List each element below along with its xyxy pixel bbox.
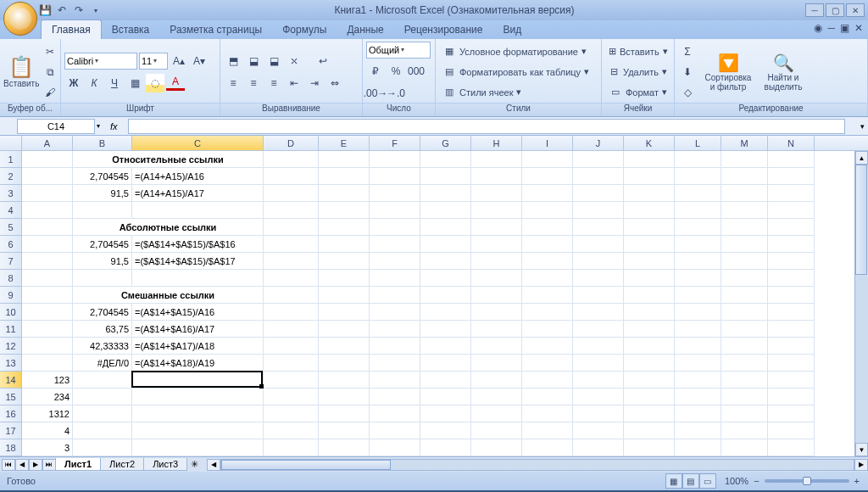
cell-H14[interactable]: [471, 372, 522, 389]
col-header-A[interactable]: A: [22, 136, 73, 150]
cell-G1[interactable]: [420, 151, 471, 168]
cell-L2[interactable]: [675, 168, 721, 185]
cell-E9[interactable]: [319, 287, 370, 304]
conditional-formatting-button[interactable]: ▦Условное форматирование▾: [439, 42, 598, 61]
paste-button[interactable]: 📋 Вставить: [3, 44, 39, 100]
comma-icon[interactable]: 000: [407, 62, 426, 81]
cell-M4[interactable]: [721, 202, 768, 219]
cell-I15[interactable]: [522, 389, 573, 405]
cell-I3[interactable]: [522, 185, 573, 202]
cell-N1[interactable]: [768, 151, 815, 168]
zoom-level[interactable]: 100%: [725, 476, 748, 486]
cell-L8[interactable]: [675, 270, 721, 287]
view-layout-icon[interactable]: ▤: [682, 473, 699, 489]
cell-C6[interactable]: =($A$14+$A$15)/$A$16: [132, 236, 264, 253]
cell-N11[interactable]: [768, 321, 815, 338]
cell-L7[interactable]: [675, 253, 721, 270]
cell-M5[interactable]: [721, 219, 768, 236]
font-color-button[interactable]: A: [166, 75, 185, 91]
cell-K14[interactable]: [624, 372, 675, 389]
underline-button[interactable]: Ч: [105, 74, 124, 92]
cell-C3[interactable]: =(A14+A15)/A17: [132, 185, 264, 202]
cell-I6[interactable]: [522, 236, 573, 253]
cell-E7[interactable]: [319, 253, 370, 270]
cell-I13[interactable]: [522, 355, 573, 372]
align-center-icon[interactable]: ≡: [244, 74, 263, 92]
cell-L11[interactable]: [675, 321, 721, 338]
cell-C10[interactable]: =(A$14+$A15)/A16: [132, 304, 264, 321]
row-header-1[interactable]: 1: [0, 151, 22, 168]
name-box[interactable]: C14: [17, 119, 95, 134]
cell-K13[interactable]: [624, 355, 675, 372]
select-all-corner[interactable]: [0, 136, 22, 150]
cut-icon[interactable]: ✂: [41, 42, 59, 61]
col-header-K[interactable]: K: [624, 136, 675, 150]
cell-C8[interactable]: [132, 270, 264, 287]
cell-N8[interactable]: [768, 270, 815, 287]
cell-H11[interactable]: [471, 321, 522, 338]
copy-icon[interactable]: ⧉: [41, 63, 59, 81]
cell-K7[interactable]: [624, 253, 675, 270]
cell-J9[interactable]: [573, 287, 624, 304]
cell-H8[interactable]: [471, 270, 522, 287]
cell-M3[interactable]: [721, 185, 768, 202]
cell-J3[interactable]: [573, 185, 624, 202]
increase-decimal-icon[interactable]: .00→: [366, 84, 385, 103]
cell-H17[interactable]: [471, 422, 522, 439]
cell-M2[interactable]: [721, 168, 768, 185]
row-header-8[interactable]: 8: [0, 270, 22, 287]
cell-H3[interactable]: [471, 185, 522, 202]
row-header-3[interactable]: 3: [0, 185, 22, 202]
cell-L15[interactable]: [675, 389, 721, 405]
font-name-combo[interactable]: Calibri▾: [64, 53, 137, 70]
cell-M16[interactable]: [721, 405, 768, 422]
cell-M13[interactable]: [721, 355, 768, 372]
tab-Разметка страницы[interactable]: Разметка страницы: [159, 20, 272, 39]
name-box-dropdown-icon[interactable]: ▾: [97, 122, 100, 130]
cell-A8[interactable]: [22, 270, 73, 287]
minimize-button[interactable]: ─: [805, 3, 824, 17]
fill-color-button[interactable]: ◌: [146, 74, 164, 92]
cell-N13[interactable]: [768, 355, 815, 372]
format-as-table-button[interactable]: ▤Форматировать как таблицу▾: [439, 63, 598, 81]
cell-E5[interactable]: [319, 219, 370, 236]
cell-M17[interactable]: [721, 422, 768, 439]
cell-J18[interactable]: [573, 439, 624, 456]
cell-A12[interactable]: [22, 338, 73, 355]
increase-font-icon[interactable]: A▴: [170, 52, 188, 70]
cell-M15[interactable]: [721, 389, 768, 405]
cell-D16[interactable]: [264, 405, 319, 422]
cell-M7[interactable]: [721, 253, 768, 270]
cell-F11[interactable]: [370, 321, 420, 338]
col-header-F[interactable]: F: [370, 136, 420, 150]
cell-E6[interactable]: [319, 236, 370, 253]
cell-B15[interactable]: [73, 389, 132, 405]
cell-J15[interactable]: [573, 389, 624, 405]
cell-M6[interactable]: [721, 236, 768, 253]
cell-G4[interactable]: [420, 202, 471, 219]
cell-D7[interactable]: [264, 253, 319, 270]
col-header-L[interactable]: L: [675, 136, 721, 150]
cell-H9[interactable]: [471, 287, 522, 304]
orientation-icon[interactable]: ⤬: [285, 52, 303, 70]
cell-B4[interactable]: [73, 202, 132, 219]
cell-E8[interactable]: [319, 270, 370, 287]
font-size-combo[interactable]: 11▾: [139, 53, 168, 70]
align-top-icon[interactable]: ⬒: [224, 52, 242, 70]
cell-M14[interactable]: [721, 372, 768, 389]
cell-L6[interactable]: [675, 236, 721, 253]
cell-D11[interactable]: [264, 321, 319, 338]
tab-Вставка[interactable]: Вставка: [102, 20, 160, 39]
cell-D4[interactable]: [264, 202, 319, 219]
cell-D6[interactable]: [264, 236, 319, 253]
cell-D9[interactable]: [264, 287, 319, 304]
align-middle-icon[interactable]: ⬓: [244, 52, 263, 70]
cell-J6[interactable]: [573, 236, 624, 253]
cell-A16[interactable]: 1312: [22, 405, 73, 422]
cell-H5[interactable]: [471, 219, 522, 236]
cell-G9[interactable]: [420, 287, 471, 304]
cell-A14[interactable]: 123: [22, 372, 73, 389]
cell-I8[interactable]: [522, 270, 573, 287]
cell-A4[interactable]: [22, 202, 73, 219]
cell-N4[interactable]: [768, 202, 815, 219]
